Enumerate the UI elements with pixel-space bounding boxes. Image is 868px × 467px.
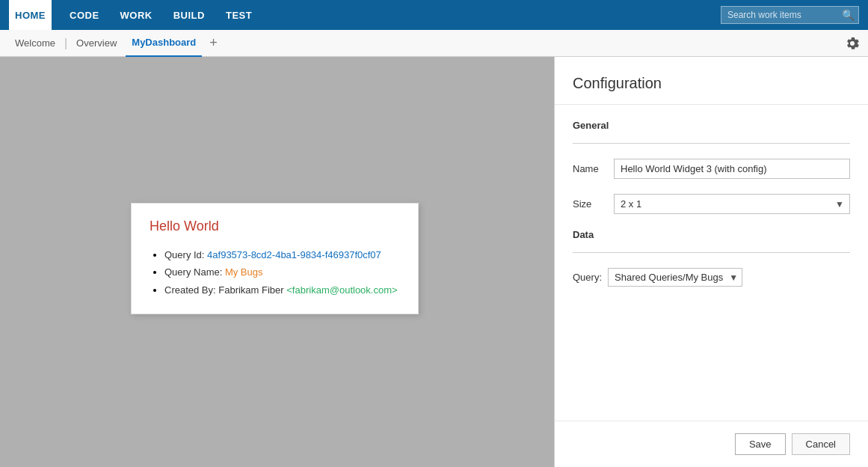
name-row: Name (573, 159, 850, 179)
tab-add-button[interactable]: + (205, 35, 222, 51)
nav-work[interactable]: WORK (117, 0, 156, 30)
name-label: Name (573, 163, 614, 174)
query-id-value: 4af93573-8cd2-4ba1-9834-f46937f0cf07 (207, 249, 381, 260)
save-button[interactable]: Save (735, 433, 786, 455)
data-section-title: Data (573, 229, 850, 240)
name-input[interactable] (614, 159, 850, 179)
top-nav: HOME CODE WORK BUILD TEST 🔍 (0, 0, 868, 30)
tab-bar: Welcome | Overview MyDashboard + (0, 30, 868, 57)
data-section: Data Query: Shared Queries/My Bugs Share… (573, 229, 850, 287)
main-layout: Hello World Query Id: 4af93573-8cd2-4ba1… (0, 57, 868, 467)
search-input[interactable] (721, 6, 859, 24)
general-divider (573, 143, 850, 144)
widget-card: Hello World Query Id: 4af93573-8cd2-4ba1… (131, 203, 419, 314)
cancel-button[interactable]: Cancel (792, 433, 850, 455)
size-label: Size (573, 198, 614, 210)
config-footer: Save Cancel (555, 421, 868, 467)
size-select[interactable]: 2 x 1 4 x 1 4 x 2 (614, 194, 850, 214)
nav-build[interactable]: BUILD (170, 0, 208, 30)
config-panel: Configuration General Name Size 2 x 1 4 … (554, 57, 868, 467)
data-divider (573, 252, 850, 253)
nav-code[interactable]: CODE (67, 0, 102, 30)
created-by-label: Created By: Fabrikam Fiber (164, 284, 286, 296)
query-select[interactable]: Shared Queries/My Bugs Shared Queries/Al… (608, 268, 742, 287)
list-item: Created By: Fabrikam Fiber <fabrikam@out… (164, 281, 400, 299)
config-title: Configuration (573, 75, 850, 92)
tab-mydashboard[interactable]: MyDashboard (126, 30, 202, 57)
general-section-title: General (573, 120, 850, 131)
query-name-value: My Bugs (225, 266, 263, 278)
list-item: Query Id: 4af93573-8cd2-4ba1-9834-f46937… (164, 246, 400, 263)
tab-welcome[interactable]: Welcome (9, 30, 61, 57)
size-row: Size 2 x 1 4 x 1 4 x 2 ▼ (573, 194, 850, 214)
tab-overview[interactable]: Overview (70, 30, 123, 57)
nav-test[interactable]: TEST (223, 0, 255, 30)
created-by-value: <fabrikam@outlook.com> (286, 284, 397, 296)
query-name-label: Query Name: (164, 266, 225, 278)
list-item: Query Name: My Bugs (164, 263, 400, 281)
query-id-label: Query Id: (164, 249, 207, 260)
nav-home[interactable]: HOME (9, 0, 52, 30)
config-header: Configuration (555, 57, 868, 105)
query-label: Query: (573, 272, 602, 283)
tab-separator-1: | (64, 37, 67, 50)
widget-title: Hello World (150, 219, 400, 234)
search-bar: 🔍 (721, 6, 859, 24)
dashboard-area: Hello World Query Id: 4af93573-8cd2-4ba1… (0, 57, 554, 467)
widget-list: Query Id: 4af93573-8cd2-4ba1-9834-f46937… (150, 246, 400, 299)
size-select-wrapper: 2 x 1 4 x 1 4 x 2 ▼ (614, 194, 850, 214)
config-body: General Name Size 2 x 1 4 x 1 4 x 2 ▼ (555, 105, 868, 421)
search-wrapper: 🔍 (721, 6, 859, 24)
query-row: Query: Shared Queries/My Bugs Shared Que… (573, 268, 850, 287)
settings-icon[interactable] (846, 37, 859, 50)
query-select-wrapper: Shared Queries/My Bugs Shared Queries/Al… (608, 268, 742, 287)
